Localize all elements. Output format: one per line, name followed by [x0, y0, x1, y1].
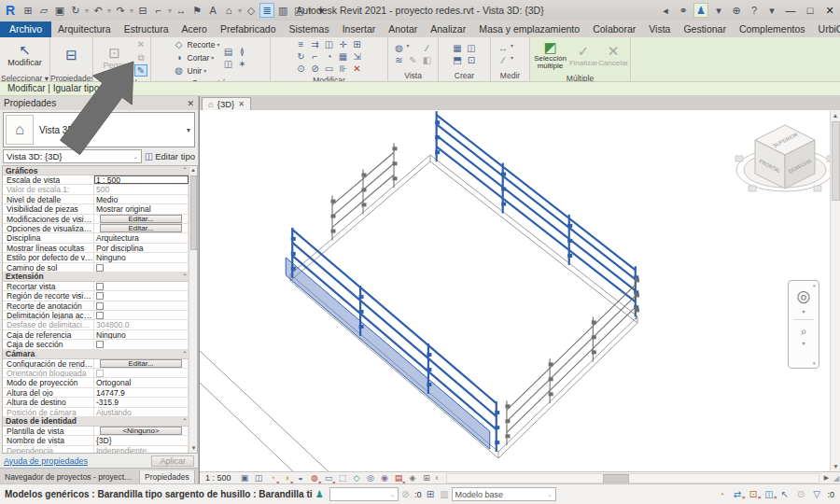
- save-icon[interactable]: ▣: [52, 3, 67, 18]
- switch-windows-icon-caret[interactable]: ▾: [308, 7, 312, 15]
- lock-3d-view-icon[interactable]: ◇: [351, 473, 363, 483]
- type-selector-caret-icon[interactable]: ▾: [187, 126, 190, 134]
- offset-icon[interactable]: ⇉: [309, 38, 322, 50]
- property-value[interactable]: Editar...: [94, 215, 189, 223]
- search-icon[interactable]: ⚭: [676, 3, 691, 18]
- override-graphics-icon[interactable]: ≋: [393, 54, 406, 66]
- property-value[interactable]: Arquitectura: [94, 233, 189, 242]
- properties-scroll-down-icon[interactable]: ▼: [189, 444, 198, 453]
- vertical-scroll-thumb[interactable]: [832, 121, 840, 201]
- apply-button[interactable]: Aplicar: [151, 455, 194, 467]
- view-control-collapse-icon[interactable]: ‹: [436, 473, 439, 483]
- tab-masa-y-emplazamiento[interactable]: Masa y emplazamiento: [472, 21, 586, 37]
- property-value[interactable]: Ninguno: [94, 253, 189, 261]
- property-value[interactable]: 500: [94, 185, 189, 193]
- text-icon[interactable]: A: [205, 3, 220, 18]
- scale-icon[interactable]: ▣: [239, 473, 251, 483]
- tab-analizar[interactable]: Analizar: [424, 21, 472, 37]
- unpin-icon[interactable]: ⊘: [309, 63, 322, 75]
- cancel-button[interactable]: ✕ Cancelar: [599, 38, 627, 72]
- railing-front-right[interactable]: [505, 274, 639, 445]
- section-collapse-icon[interactable]: ˆ: [184, 351, 186, 357]
- tab-archivo[interactable]: Archivo: [0, 21, 51, 37]
- section-header-datos-de-identidad[interactable]: Datos de identidadˆ: [3, 417, 189, 427]
- undo-icon[interactable]: ↶: [91, 3, 105, 18]
- temporary-hide-icon[interactable]: ◍: [393, 42, 406, 54]
- create-assembly-icon[interactable]: ▦: [451, 42, 464, 54]
- property-value[interactable]: Independiente: [94, 446, 189, 454]
- property-value[interactable]: -315.9: [94, 398, 189, 406]
- signin-person-icon[interactable]: ♟: [693, 3, 708, 18]
- modify-button[interactable]: ↖ Modificar: [7, 38, 44, 72]
- finish-button[interactable]: ✓ Finalizar: [569, 38, 597, 72]
- property-checkbox[interactable]: [96, 370, 104, 377]
- properties-toggle-button[interactable]: ⊟: [53, 38, 90, 72]
- collapse-icon[interactable]: ◂: [658, 3, 673, 18]
- point-cloud-status-icon[interactable]: ⊡×: [746, 489, 760, 499]
- property-value[interactable]: Editar...: [94, 224, 189, 232]
- section-collapse-icon[interactable]: ˆ: [184, 273, 186, 280]
- properties-scroll-up-icon[interactable]: ▲: [189, 166, 197, 175]
- property-value[interactable]: Ortogonal: [94, 378, 189, 386]
- measure-icon-caret[interactable]: ▾: [168, 7, 172, 15]
- select-toggle-icon[interactable]: ↖: [777, 489, 791, 499]
- section-header-c-mara[interactable]: Cámaraˆ: [3, 350, 189, 359]
- property-edit-button[interactable]: Editar...: [100, 359, 182, 368]
- property-value[interactable]: 304800.0: [94, 320, 189, 329]
- settings-icon[interactable]: ⊙: [793, 489, 807, 499]
- reveal-hidden-icon[interactable]: ◉: [379, 473, 391, 483]
- workset-status-icon[interactable]: ▥: [438, 489, 452, 499]
- view-scale-button[interactable]: 1 : 500: [205, 473, 231, 483]
- property-checkbox[interactable]: [96, 292, 104, 300]
- steering-wheel-caret-icon[interactable]: ▾: [802, 308, 805, 315]
- ui-toggle-icon[interactable]: ⊞: [21, 3, 35, 18]
- design-options-select[interactable]: ⌄: [329, 487, 399, 501]
- create-similar-icon[interactable]: ⊡: [465, 54, 478, 66]
- help-icon[interactable]: ?: [747, 3, 762, 18]
- section-header-gr-ficos[interactable]: Gráficosˆ: [3, 166, 189, 175]
- close-button[interactable]: ✕: [821, 3, 838, 18]
- properties-palette-header[interactable]: Propiedades ✕: [0, 96, 198, 110]
- property-value[interactable]: [94, 340, 189, 348]
- view-cube[interactable]: SUPERIORFRONTALDERECHA: [735, 125, 831, 191]
- horizontal-scrollbar[interactable]: [446, 473, 819, 483]
- scroll-right-icon[interactable]: ▶: [821, 474, 832, 482]
- horizontal-scroll-thumb[interactable]: [603, 474, 629, 483]
- edit-type-button[interactable]: ◫ Editar tipo: [145, 151, 195, 161]
- tab-anotar[interactable]: Anotar: [382, 21, 424, 37]
- property-edit-button[interactable]: Editar...: [100, 224, 182, 232]
- tab-estructura[interactable]: Estructura: [118, 21, 175, 37]
- demolish-icon[interactable]: ✶: [235, 58, 248, 70]
- open-icon[interactable]: ▱: [36, 3, 51, 18]
- property-value[interactable]: [94, 301, 189, 310]
- panel-label-seleccionar[interactable]: Seleccionar ▾: [0, 73, 49, 81]
- zoom-caret-icon[interactable]: ▾: [802, 340, 805, 346]
- coordination-status-icon[interactable]: ◫×: [762, 489, 776, 499]
- tab-gestionar[interactable]: Gestionar: [677, 21, 733, 37]
- section-header-extensi-n[interactable]: Extensiónˆ: [3, 273, 189, 282]
- property-value[interactable]: Medio: [94, 195, 189, 203]
- align-icon[interactable]: ≡: [295, 38, 308, 50]
- aligned-dimension-icon[interactable]: ↔: [174, 3, 189, 18]
- measure-along-icon[interactable]: ∕: [497, 54, 510, 66]
- section-icon[interactable]: ◇: [244, 3, 259, 18]
- property-value[interactable]: <Ninguno>: [94, 427, 189, 435]
- measure-between-icon-caret[interactable]: ▾: [511, 42, 524, 53]
- property-checkbox[interactable]: [96, 302, 104, 310]
- property-value[interactable]: 1 : 500: [94, 175, 189, 184]
- property-checkbox[interactable]: [96, 312, 104, 319]
- tab-sistemas[interactable]: Sistemas: [282, 21, 335, 37]
- filter-icon[interactable]: ▽: [809, 489, 823, 499]
- sun-path-icon[interactable]: ◑×: [281, 473, 293, 483]
- vertical-scrollbar[interactable]: ▲ ▼: [830, 110, 840, 471]
- copy-icon[interactable]: ⊞: [351, 38, 364, 50]
- help-caret-icon[interactable]: ▾: [764, 3, 779, 18]
- detail-level-icon[interactable]: ◫: [253, 473, 265, 483]
- geometry-unir-button[interactable]: ◍Unir▾: [173, 64, 220, 77]
- model-canvas[interactable]: SUPERIORFRONTALDERECHA: [200, 110, 831, 471]
- property-value[interactable]: [94, 369, 189, 377]
- redo-icon[interactable]: ↷: [113, 3, 128, 18]
- steering-wheel-icon[interactable]: ◎: [797, 287, 811, 306]
- cope-icon[interactable]: ▤: [221, 46, 234, 58]
- section-collapse-icon[interactable]: ˆ: [184, 167, 186, 174]
